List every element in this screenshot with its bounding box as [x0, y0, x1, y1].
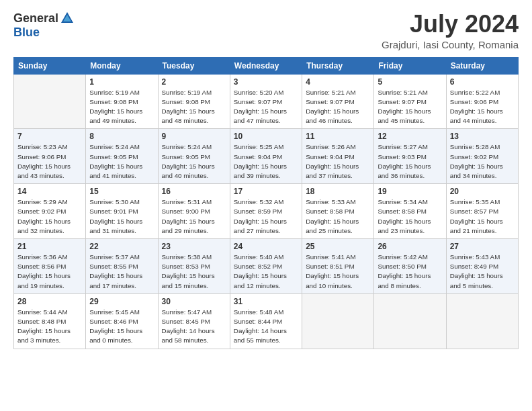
- logo-general-text: General: [13, 11, 58, 26]
- day-info: Sunrise: 5:22 AM Sunset: 9:06 PM Dayligh…: [450, 88, 515, 126]
- day-number: 12: [378, 132, 442, 141]
- logo-blue-text: Blue: [13, 26, 40, 39]
- calendar-cell: 12Sunrise: 5:27 AM Sunset: 9:03 PM Dayli…: [374, 129, 446, 184]
- calendar-cell: 21Sunrise: 5:36 AM Sunset: 8:56 PM Dayli…: [14, 239, 86, 294]
- day-info: Sunrise: 5:27 AM Sunset: 9:03 PM Dayligh…: [378, 142, 442, 181]
- day-number: 13: [450, 132, 515, 141]
- day-number: 6: [450, 77, 515, 87]
- day-number: 3: [234, 77, 298, 87]
- day-number: 1: [89, 77, 154, 87]
- calendar-col-header-monday: Monday: [86, 57, 158, 74]
- calendar-cell: 13Sunrise: 5:28 AM Sunset: 9:02 PM Dayli…: [446, 129, 518, 184]
- calendar-cell: 3Sunrise: 5:20 AM Sunset: 9:07 PM Daylig…: [230, 74, 302, 129]
- day-number: 2: [162, 77, 226, 87]
- calendar-cell: 17Sunrise: 5:32 AM Sunset: 8:59 PM Dayli…: [230, 184, 302, 239]
- calendar-cell: 28Sunrise: 5:44 AM Sunset: 8:48 PM Dayli…: [14, 293, 86, 349]
- title-section: July 2024 Grajduri, Iasi County, Romania: [382, 11, 519, 50]
- day-info: Sunrise: 5:25 AM Sunset: 9:04 PM Dayligh…: [234, 142, 298, 181]
- day-info: Sunrise: 5:36 AM Sunset: 8:56 PM Dayligh…: [17, 253, 82, 291]
- day-info: Sunrise: 5:26 AM Sunset: 9:04 PM Dayligh…: [306, 142, 370, 181]
- calendar-cell: 9Sunrise: 5:24 AM Sunset: 9:05 PM Daylig…: [158, 129, 230, 184]
- day-info: Sunrise: 5:41 AM Sunset: 8:51 PM Dayligh…: [306, 253, 370, 291]
- day-number: 26: [378, 242, 442, 251]
- day-info: Sunrise: 5:40 AM Sunset: 8:52 PM Dayligh…: [234, 253, 298, 291]
- calendar-cell: 26Sunrise: 5:42 AM Sunset: 8:50 PM Dayli…: [374, 239, 446, 294]
- day-info: Sunrise: 5:28 AM Sunset: 9:02 PM Dayligh…: [450, 142, 515, 181]
- day-number: 29: [89, 297, 154, 306]
- day-info: Sunrise: 5:42 AM Sunset: 8:50 PM Dayligh…: [378, 253, 442, 291]
- day-number: 11: [306, 132, 370, 141]
- day-number: 16: [162, 187, 226, 196]
- day-number: 17: [234, 187, 298, 196]
- day-number: 14: [17, 187, 82, 196]
- calendar-cell: 11Sunrise: 5:26 AM Sunset: 9:04 PM Dayli…: [302, 129, 374, 184]
- day-number: 31: [234, 297, 298, 306]
- calendar-cell: 20Sunrise: 5:35 AM Sunset: 8:57 PM Dayli…: [446, 184, 518, 239]
- day-info: Sunrise: 5:38 AM Sunset: 8:53 PM Dayligh…: [162, 253, 226, 291]
- calendar-week-row: 28Sunrise: 5:44 AM Sunset: 8:48 PM Dayli…: [14, 293, 519, 349]
- calendar-week-row: 21Sunrise: 5:36 AM Sunset: 8:56 PM Dayli…: [14, 239, 519, 294]
- day-info: Sunrise: 5:34 AM Sunset: 8:58 PM Dayligh…: [378, 197, 442, 236]
- day-info: Sunrise: 5:31 AM Sunset: 9:00 PM Dayligh…: [162, 197, 226, 236]
- day-number: 15: [89, 187, 154, 196]
- calendar-cell: 1Sunrise: 5:19 AM Sunset: 9:08 PM Daylig…: [86, 74, 158, 129]
- calendar-cell: 16Sunrise: 5:31 AM Sunset: 9:00 PM Dayli…: [158, 184, 230, 239]
- calendar-col-header-saturday: Saturday: [446, 57, 518, 74]
- day-info: Sunrise: 5:32 AM Sunset: 8:59 PM Dayligh…: [234, 197, 298, 236]
- day-number: 9: [162, 132, 226, 141]
- calendar-week-row: 1Sunrise: 5:19 AM Sunset: 9:08 PM Daylig…: [14, 74, 519, 129]
- day-info: Sunrise: 5:29 AM Sunset: 9:02 PM Dayligh…: [17, 197, 82, 236]
- day-number: 5: [378, 77, 442, 87]
- header: General Blue July 2024 Grajduri, Iasi Co…: [13, 11, 519, 50]
- day-number: 27: [450, 242, 515, 251]
- calendar-cell: 2Sunrise: 5:19 AM Sunset: 9:08 PM Daylig…: [158, 74, 230, 129]
- day-info: Sunrise: 5:48 AM Sunset: 8:44 PM Dayligh…: [234, 308, 298, 346]
- calendar-table: SundayMondayTuesdayWednesdayThursdayFrid…: [13, 57, 519, 349]
- logo: General Blue: [13, 11, 75, 40]
- calendar-cell: 14Sunrise: 5:29 AM Sunset: 9:02 PM Dayli…: [14, 184, 86, 239]
- calendar-cell: [302, 293, 374, 349]
- day-number: 8: [89, 132, 154, 141]
- day-number: 4: [306, 77, 370, 87]
- calendar-cell: 5Sunrise: 5:21 AM Sunset: 9:07 PM Daylig…: [374, 74, 446, 129]
- calendar-cell: 27Sunrise: 5:43 AM Sunset: 8:49 PM Dayli…: [446, 239, 518, 294]
- location-text: Grajduri, Iasi County, Romania: [382, 39, 519, 50]
- calendar-cell: 25Sunrise: 5:41 AM Sunset: 8:51 PM Dayli…: [302, 239, 374, 294]
- calendar-cell: [446, 293, 518, 349]
- day-number: 10: [234, 132, 298, 141]
- calendar-week-row: 7Sunrise: 5:23 AM Sunset: 9:06 PM Daylig…: [14, 129, 519, 184]
- logo-icon: [60, 11, 75, 26]
- day-number: 19: [378, 187, 442, 196]
- calendar-header-row: SundayMondayTuesdayWednesdayThursdayFrid…: [14, 57, 519, 74]
- day-info: Sunrise: 5:19 AM Sunset: 9:08 PM Dayligh…: [89, 88, 154, 126]
- calendar-cell: 19Sunrise: 5:34 AM Sunset: 8:58 PM Dayli…: [374, 184, 446, 239]
- calendar-cell: 4Sunrise: 5:21 AM Sunset: 9:07 PM Daylig…: [302, 74, 374, 129]
- day-number: 21: [17, 242, 82, 251]
- calendar-col-header-tuesday: Tuesday: [158, 57, 230, 74]
- day-number: 23: [162, 242, 226, 251]
- day-number: 22: [89, 242, 154, 251]
- day-info: Sunrise: 5:19 AM Sunset: 9:08 PM Dayligh…: [162, 88, 226, 126]
- calendar-cell: 10Sunrise: 5:25 AM Sunset: 9:04 PM Dayli…: [230, 129, 302, 184]
- month-year-title: July 2024: [382, 11, 519, 38]
- day-info: Sunrise: 5:44 AM Sunset: 8:48 PM Dayligh…: [17, 308, 82, 346]
- page: General Blue July 2024 Grajduri, Iasi Co…: [0, 0, 532, 411]
- day-number: 24: [234, 242, 298, 251]
- day-info: Sunrise: 5:21 AM Sunset: 9:07 PM Dayligh…: [378, 88, 442, 126]
- calendar-cell: 22Sunrise: 5:37 AM Sunset: 8:55 PM Dayli…: [86, 239, 158, 294]
- day-info: Sunrise: 5:23 AM Sunset: 9:06 PM Dayligh…: [17, 142, 82, 181]
- calendar-cell: [374, 293, 446, 349]
- calendar-cell: 15Sunrise: 5:30 AM Sunset: 9:01 PM Dayli…: [86, 184, 158, 239]
- day-info: Sunrise: 5:24 AM Sunset: 9:05 PM Dayligh…: [89, 142, 154, 181]
- calendar-cell: [14, 74, 86, 129]
- calendar-cell: 31Sunrise: 5:48 AM Sunset: 8:44 PM Dayli…: [230, 293, 302, 349]
- day-number: 20: [450, 187, 515, 196]
- day-info: Sunrise: 5:21 AM Sunset: 9:07 PM Dayligh…: [306, 88, 370, 126]
- calendar-cell: 6Sunrise: 5:22 AM Sunset: 9:06 PM Daylig…: [446, 74, 518, 129]
- day-number: 18: [306, 187, 370, 196]
- day-info: Sunrise: 5:30 AM Sunset: 9:01 PM Dayligh…: [89, 197, 154, 236]
- day-number: 30: [162, 297, 226, 306]
- day-number: 25: [306, 242, 370, 251]
- day-info: Sunrise: 5:35 AM Sunset: 8:57 PM Dayligh…: [450, 197, 515, 236]
- calendar-col-header-thursday: Thursday: [302, 57, 374, 74]
